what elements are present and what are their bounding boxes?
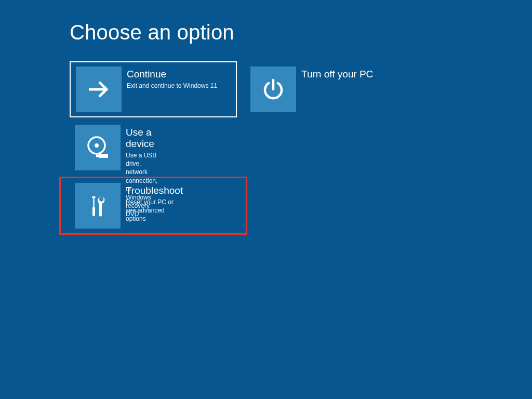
option-poweroff[interactable]: Turn off your PC [250, 66, 373, 112]
disc-usb-icon [75, 125, 121, 170]
option-troubleshoot-desc: Reset your PC or see advanced options [126, 198, 183, 223]
svg-rect-6 [92, 207, 95, 216]
svg-rect-8 [92, 196, 96, 198]
option-troubleshoot-title: Troubleshoot [126, 185, 183, 196]
option-poweroff-title: Turn off your PC [301, 69, 373, 80]
page-title: Choose an option [70, 21, 234, 44]
svg-rect-4 [99, 154, 108, 158]
svg-point-3 [95, 143, 99, 148]
svg-rect-5 [96, 155, 99, 157]
option-continue[interactable]: Continue Exit and continue to Windows 11 [70, 61, 237, 117]
svg-rect-7 [93, 197, 94, 207]
option-troubleshoot[interactable]: Troubleshoot Reset your PC or see advanc… [75, 183, 183, 229]
option-continue-desc: Exit and continue to Windows 11 [127, 82, 217, 90]
arrow-right-icon [76, 66, 122, 112]
power-icon [250, 66, 296, 112]
option-continue-title: Continue [127, 69, 217, 80]
tools-icon [75, 183, 121, 229]
option-device-title: Use a device [126, 127, 157, 150]
